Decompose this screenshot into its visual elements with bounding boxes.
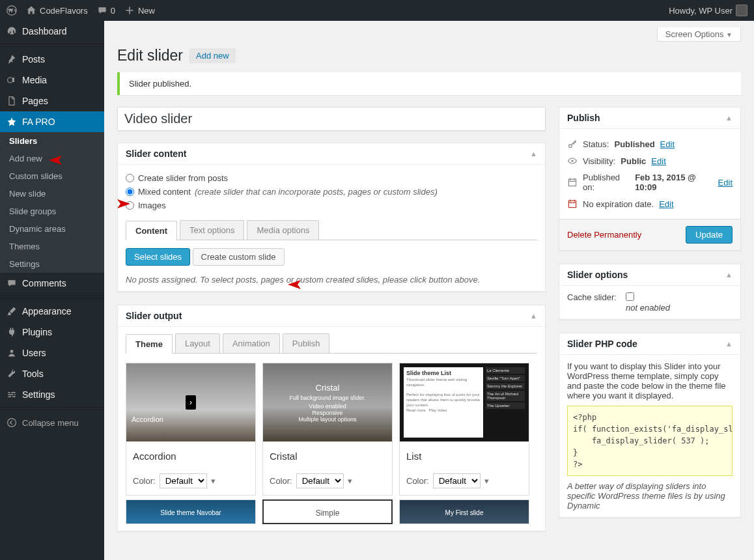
panel-title-publish[interactable]: Publish ▲: [559, 107, 740, 129]
select-slides-button[interactable]: Select slides: [126, 248, 190, 266]
menu-plugins[interactable]: Plugins: [0, 322, 104, 343]
menu-fapro[interactable]: FA PRO: [0, 111, 104, 132]
user-greeting[interactable]: Howdy, WP User: [669, 5, 747, 16]
calendar-red-icon: [567, 199, 578, 209]
calendar-icon: [567, 177, 578, 188]
comment-icon: [97, 5, 107, 16]
theme-color-select[interactable]: Default: [433, 473, 481, 488]
edit-status-link[interactable]: Edit: [660, 139, 675, 149]
panel-title-php-code[interactable]: Slider PHP code ▲: [559, 333, 740, 355]
submenu-themes[interactable]: Themes: [0, 238, 104, 255]
theme-name: Cristal: [263, 441, 392, 471]
panel-title-slider-content[interactable]: Slider content ▲: [118, 143, 545, 165]
screen-options-toggle[interactable]: Screen Options ▼: [657, 27, 741, 42]
submenu-custom-slides[interactable]: Custom slides: [0, 167, 104, 185]
delete-permanently-link[interactable]: Delete Permanently: [567, 230, 641, 240]
site-name-link[interactable]: CodeFlavors: [26, 5, 88, 16]
edit-date-link[interactable]: Edit: [718, 178, 733, 188]
key-icon: [567, 139, 578, 149]
tab-layout[interactable]: Layout: [175, 333, 220, 353]
tab-theme[interactable]: Theme: [126, 334, 173, 354]
submenu-slide-groups[interactable]: Slide groups: [0, 203, 104, 220]
php-intro: If you want to display this Slider into …: [567, 361, 733, 400]
theme-grid-row-2: Slide theme Navobar Simple My First slid…: [126, 499, 537, 524]
add-new-button[interactable]: Add new: [189, 48, 236, 63]
collapse-menu[interactable]: Collapse menu: [0, 412, 104, 433]
new-content-link[interactable]: New: [124, 5, 155, 16]
menu-comments[interactable]: Comments: [0, 273, 104, 294]
panel-slider-content: Slider content ▲ Create slider from post…: [117, 143, 546, 292]
panel-toggle-icon: ▲: [530, 312, 537, 320]
no-posts-hint: No posts assigned. To select posts, page…: [126, 275, 537, 285]
theme-color-select[interactable]: Default: [160, 473, 207, 488]
svg-point-5: [571, 160, 573, 161]
admin-sidebar: Dashboard Posts Media Pages FA PRO Slide…: [0, 21, 104, 560]
menu-media[interactable]: Media: [0, 70, 104, 91]
home-icon: [26, 5, 36, 16]
menu-settings[interactable]: Settings: [0, 384, 104, 405]
svg-rect-6: [568, 179, 576, 186]
theme-card[interactable]: Slide theme Navobar: [126, 499, 256, 524]
sliders-icon: [7, 389, 17, 400]
comment-icon: [7, 278, 17, 288]
comments-link[interactable]: 0: [97, 5, 115, 16]
tab-animation[interactable]: Animation: [223, 333, 280, 353]
wp-logo[interactable]: [7, 5, 17, 16]
admin-toolbar: CodeFlavors 0 New Howdy, WP User: [0, 0, 754, 21]
submenu-dynamic-areas[interactable]: Dynamic areas: [0, 220, 104, 238]
pin-icon: [7, 54, 17, 64]
tab-text-options[interactable]: Text options: [180, 220, 244, 240]
php-note: A better way of displaying sliders into …: [567, 481, 733, 511]
submenu-new-slide[interactable]: New slide: [0, 185, 104, 203]
theme-card-accordion[interactable]: Accordion› Accordion Color: Default ▾: [126, 363, 256, 496]
output-tabs: Theme Layout Animation Publish: [126, 333, 537, 354]
collapse-icon: [7, 417, 17, 428]
submenu-settings[interactable]: Settings: [0, 255, 104, 273]
panel-title-slider-output[interactable]: Slider output ▲: [118, 305, 545, 327]
svg-rect-7: [568, 201, 576, 207]
theme-card-list[interactable]: Slide theme List Thumbnail slider theme …: [399, 363, 529, 496]
svg-point-2: [10, 350, 14, 353]
theme-card-cristal[interactable]: Cristal Full background image slider. Vi…: [262, 363, 393, 496]
menu-pages[interactable]: Pages: [0, 91, 104, 111]
submenu-add-new[interactable]: Add new: [0, 150, 104, 167]
panel-slider-output: Slider output ▲ Theme Layout Animation P…: [117, 305, 546, 531]
menu-appearance[interactable]: Appearance: [0, 301, 104, 322]
menu-tools[interactable]: Tools: [0, 363, 104, 384]
edit-visibility-link[interactable]: Edit: [651, 156, 665, 166]
slider-name-input[interactable]: [117, 107, 546, 131]
star-icon: [7, 117, 17, 127]
panel-toggle-icon: ▲: [725, 271, 733, 279]
create-custom-slide-button[interactable]: Create custom slide: [193, 248, 285, 266]
update-button[interactable]: Update: [686, 226, 733, 244]
tab-publish[interactable]: Publish: [283, 333, 330, 353]
media-icon: [7, 75, 17, 85]
tab-content[interactable]: Content: [126, 221, 177, 240]
radio-create-from-posts[interactable]: Create slider from posts: [126, 171, 537, 185]
theme-card[interactable]: My First slide: [399, 499, 529, 524]
menu-dashboard[interactable]: Dashboard: [0, 21, 104, 42]
panel-php-code: Slider PHP code ▲ If you want to display…: [559, 333, 741, 518]
theme-name: List: [400, 441, 529, 471]
chevron-down-icon: ▼: [726, 31, 733, 38]
panel-toggle-icon: ▲: [530, 150, 537, 158]
theme-card[interactable]: Simple: [262, 499, 393, 524]
chevron-down-icon: ▾: [348, 476, 352, 486]
radio-mixed-content[interactable]: Mixed content (create slider that can in…: [126, 185, 537, 199]
content-area: Screen Options ▼ Edit slider Add new Sli…: [104, 21, 754, 560]
php-code-block[interactable]: <?php if( function_exists('fa_display_sl…: [567, 406, 733, 476]
theme-color-select[interactable]: Default: [296, 473, 344, 488]
panel-publish: Publish ▲ Status: Published Edit Visibil…: [559, 107, 741, 251]
plus-icon: [124, 5, 135, 16]
radio-images[interactable]: Images: [126, 199, 537, 212]
panel-toggle-icon: ▲: [725, 114, 733, 122]
edit-expiration-link[interactable]: Edit: [659, 199, 673, 209]
cache-slider-checkbox[interactable]: [626, 292, 634, 301]
menu-users[interactable]: Users: [0, 343, 104, 363]
tab-media-options[interactable]: Media options: [247, 220, 319, 240]
panel-title-slider-options[interactable]: Slider options ▲: [559, 264, 740, 286]
brush-icon: [7, 306, 17, 316]
menu-posts[interactable]: Posts: [0, 49, 104, 70]
wrench-icon: [7, 369, 17, 379]
submenu-sliders[interactable]: Sliders: [0, 132, 104, 150]
